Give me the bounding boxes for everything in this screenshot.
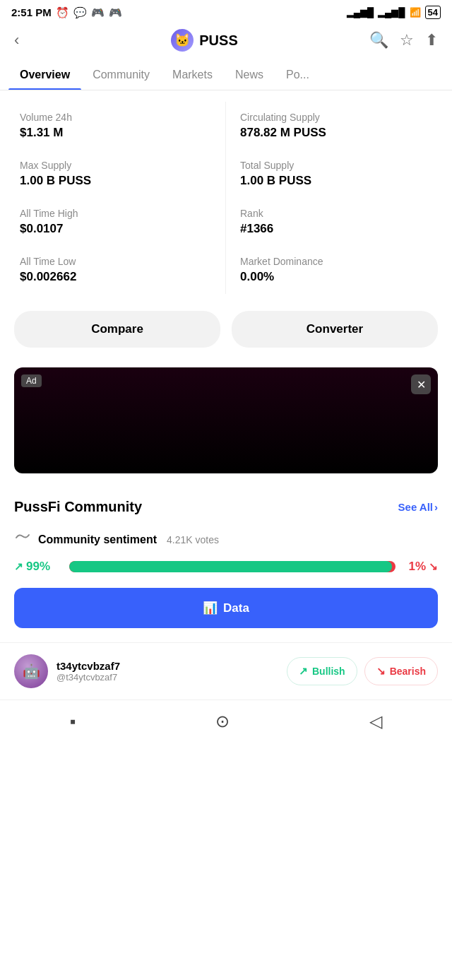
gamepad-icon2: 🎮	[109, 6, 122, 19]
tab-overview[interactable]: Overview	[8, 60, 81, 90]
trend-up-icon: ↗	[14, 560, 23, 573]
signal-icon2: ▂▄▆█	[378, 7, 405, 18]
post-actions: ↗ Bullish ↘ Bearish	[287, 657, 438, 685]
sentiment-label: Community sentiment	[38, 533, 157, 546]
stat-max-supply: Max Supply 1.00 B PUSS	[14, 150, 226, 198]
stat-rank: Rank #1366	[226, 198, 438, 246]
user-details: t34ytcvbzaf7 @t34ytcvbzaf7	[56, 660, 120, 683]
stat-circulating-supply: Circulating Supply 878.82 M PUSS	[226, 102, 438, 150]
compare-button[interactable]: Compare	[14, 311, 220, 348]
sentiment-bar-row: ↗ 99% 1% ↘	[0, 560, 452, 588]
trend-down-icon: ↘	[429, 560, 438, 573]
gamepad-icon1: 🎮	[91, 6, 105, 19]
chevron-right-icon: ›	[434, 501, 438, 513]
battery-indicator: 54	[425, 6, 441, 19]
community-header: PussFi Community See All ›	[0, 488, 452, 524]
user-name: t34ytcvbzaf7	[56, 660, 120, 672]
converter-button[interactable]: Converter	[232, 311, 438, 348]
search-icon[interactable]: 🔍	[369, 31, 388, 49]
user-handle: @t34ytcvbzaf7	[56, 672, 120, 683]
ad-close-button[interactable]: ✕	[411, 374, 431, 394]
share-icon[interactable]: ⬆	[425, 31, 438, 49]
bearish-arrow-icon: ↘	[376, 665, 386, 678]
user-info: 🤖 t34ytcvbzaf7 @t34ytcvbzaf7	[14, 654, 120, 688]
back-button[interactable]: ‹	[14, 31, 40, 49]
data-button[interactable]: 📊 Data	[14, 588, 438, 628]
ad-label: Ad	[21, 374, 42, 387]
ad-banner: Ad ✕	[14, 367, 438, 473]
nav-square-button[interactable]: ▪	[70, 712, 76, 731]
stat-ath: All Time High $0.0107	[14, 198, 226, 246]
tab-news[interactable]: News	[224, 60, 275, 90]
sentiment-votes: 4.21K votes	[167, 534, 219, 545]
watchlist-icon[interactable]: ☆	[400, 31, 414, 49]
alarm-icon: ⏰	[56, 6, 69, 19]
tab-community[interactable]: Community	[81, 60, 161, 90]
nav-triangle-button[interactable]: ◁	[369, 712, 382, 731]
community-section: PussFi Community See All › Community sen…	[0, 488, 452, 699]
user-post: 🤖 t34ytcvbzaf7 @t34ytcvbzaf7 ↗ Bullish ↘…	[0, 642, 452, 699]
bullish-arrow-icon: ↗	[299, 665, 308, 678]
bullish-percentage: ↗ 99%	[14, 560, 62, 574]
wifi-icon: 📶	[410, 7, 421, 18]
sentiment-bar-fill	[69, 561, 392, 572]
stat-total-supply: Total Supply 1.00 B PUSS	[226, 150, 438, 198]
sentiment-bar-track	[69, 561, 396, 572]
stats-grid: Volume 24h $1.31 M Circulating Supply 87…	[0, 90, 452, 300]
tab-markets[interactable]: Markets	[161, 60, 224, 90]
bearish-percentage: 1% ↘	[403, 560, 438, 574]
community-title: PussFi Community	[14, 499, 142, 515]
bottom-nav: ▪ ⊙ ◁	[0, 699, 452, 745]
header: ‹ 🐱 PUSS 🔍 ☆ ⬆	[0, 23, 452, 60]
nav-circle-button[interactable]: ⊙	[215, 712, 230, 731]
header-actions: 🔍 ☆ ⬆	[369, 31, 438, 49]
stat-volume-24h: Volume 24h $1.31 M	[14, 102, 226, 150]
tab-more[interactable]: Po...	[275, 60, 321, 90]
action-buttons: Compare Converter	[0, 300, 452, 362]
avatar: 🤖	[14, 654, 48, 688]
chat-icon: 💬	[73, 6, 87, 19]
ad-background	[14, 367, 438, 473]
chart-icon: 📊	[203, 601, 218, 615]
stat-atl: All Time Low $0.002662	[14, 246, 226, 294]
bullish-button[interactable]: ↗ Bullish	[287, 657, 357, 685]
coin-title: 🐱 PUSS	[171, 29, 237, 52]
tabs-nav: Overview Community Markets News Po...	[0, 60, 452, 90]
bearish-button[interactable]: ↘ Bearish	[364, 657, 438, 685]
sentiment-icon	[14, 529, 31, 550]
coin-icon: 🐱	[171, 29, 194, 52]
stat-market-dominance: Market Dominance 0.00%	[226, 246, 438, 294]
see-all-button[interactable]: See All ›	[398, 501, 438, 513]
status-icons: ▂▄▆█ ▂▄▆█ 📶 54	[347, 6, 441, 19]
status-time: 2:51 PM ⏰ 💬 🎮 🎮	[11, 6, 122, 19]
sentiment-row: Community sentiment 4.21K votes	[0, 524, 452, 560]
status-bar: 2:51 PM ⏰ 💬 🎮 🎮 ▂▄▆█ ▂▄▆█ 📶 54	[0, 0, 452, 23]
signal-icon1: ▂▄▆█	[347, 7, 374, 18]
coin-name: PUSS	[199, 33, 237, 49]
